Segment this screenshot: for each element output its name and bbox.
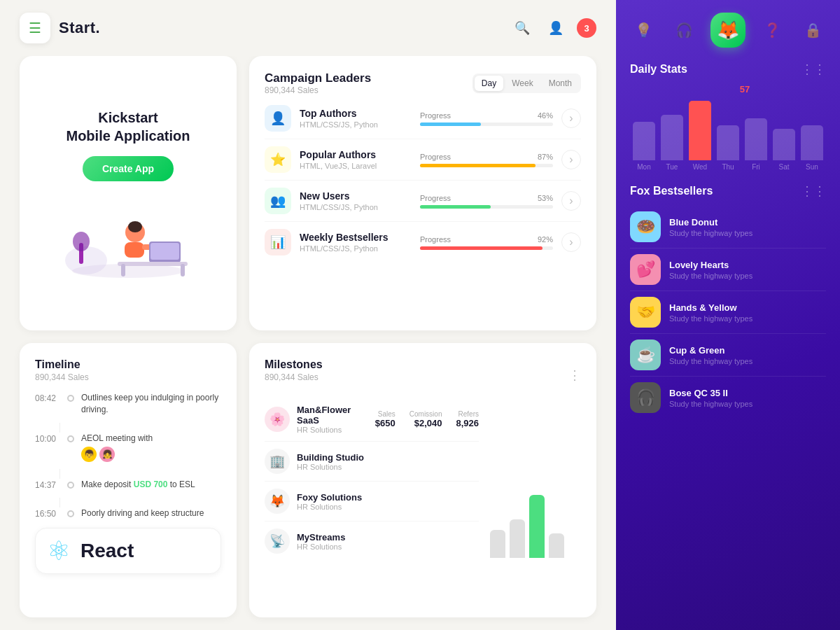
milestone-row: 🦊 Foxy Solutions HR Solutions: [265, 482, 479, 522]
day-labels: MonTueWedThuFriSatSun: [630, 160, 826, 171]
avatar: 👧: [99, 447, 115, 462]
timeline-item: 08:42 Outlines keep you indulging in poo…: [35, 392, 221, 416]
leader-chevron[interactable]: ›: [561, 191, 581, 211]
svg-rect-9: [150, 243, 179, 260]
svg-point-1: [65, 246, 107, 274]
timeline-item: 14:37 Make deposit USD 700 to ESL: [35, 479, 221, 491]
milestones-subtitle: 890,344 Sales: [265, 372, 323, 382]
daily-stats-section: Daily Stats ⋮⋮ 57 MonTueWedThuFriSatSun: [630, 62, 826, 171]
illustration: [58, 194, 198, 278]
fox-bestsellers-section: Fox Bestsellers ⋮⋮ 🍩 Blue Donut Study th…: [630, 183, 826, 616]
bestseller-thumb: ☕: [630, 340, 661, 370]
tab-group: Day Week Month: [472, 74, 581, 93]
svg-rect-11: [118, 262, 188, 266]
milestones-title: Milestones: [265, 358, 323, 371]
svg-point-5: [128, 221, 142, 232]
leader-icon: 👥: [265, 188, 291, 214]
fox-bestsellers-title: Fox Bestsellers: [630, 185, 713, 197]
milestone-row: 🏢 Building Studio HR Solutions: [265, 442, 479, 482]
leader-row: 👤 Top Authors HTML/CSS/JS, Python Progre…: [265, 98, 581, 139]
react-label: React: [80, 540, 134, 562]
leader-row: 👥 New Users HTML/CSS/JS, Python Progress…: [265, 181, 581, 222]
react-icon: ⚛: [47, 536, 71, 566]
user-icon[interactable]: 👤: [543, 15, 568, 41]
panel-top-nav: 💡 🎧 🦊 ❓ 🔒: [616, 0, 840, 55]
notification-badge[interactable]: 3: [577, 18, 596, 38]
timeline-item: 16:50 Poorly driving and keep structure: [35, 507, 221, 519]
tab-week[interactable]: Week: [505, 76, 540, 91]
nav-bulb-icon[interactable]: 💡: [629, 16, 657, 44]
tab-month[interactable]: Month: [542, 76, 579, 91]
leader-chevron[interactable]: ›: [561, 108, 581, 128]
bestseller-item: 🤝 Hands & Yellow Study the highway types: [630, 291, 826, 334]
milestone-icon: 🌸: [265, 407, 290, 432]
bestseller-item: ☕ Cup & Green Study the highway types: [630, 334, 826, 377]
svg-rect-12: [121, 264, 125, 276]
daily-stats-title: Daily Stats: [630, 63, 687, 76]
bestseller-thumb: 🎧: [630, 382, 661, 413]
milestone-icon: 🏢: [265, 449, 290, 474]
milestone-icon: 📡: [265, 528, 290, 554]
brand-name: Start.: [59, 19, 100, 37]
timeline-title: Timeline: [35, 358, 221, 371]
campaign-title: Campaign Leaders: [265, 71, 371, 85]
tab-day[interactable]: Day: [475, 76, 503, 91]
logo-box: ☰: [20, 13, 50, 43]
nav-headset-icon[interactable]: 🎧: [670, 16, 698, 44]
svg-point-3: [73, 232, 90, 251]
search-icon[interactable]: 🔍: [510, 15, 535, 41]
bestsellers-list: 🍩 Blue Donut Study the highway types 💕 L…: [630, 206, 826, 419]
bestseller-thumb: 💕: [630, 254, 661, 285]
leader-rows: 👤 Top Authors HTML/CSS/JS, Python Progre…: [265, 98, 581, 262]
milestones-card: Milestones 890,344 Sales ⋮ 🌸 Man&Flower …: [249, 343, 596, 617]
milestone-icon: 🦊: [265, 489, 290, 514]
bestseller-item: 🎧 Bose QC 35 II Study the highway types: [630, 377, 826, 419]
daily-stats-menu[interactable]: ⋮⋮: [801, 62, 826, 77]
menu-icon: ☰: [29, 20, 41, 36]
create-app-button[interactable]: Create App: [83, 156, 174, 181]
daily-stats-chart: [630, 97, 826, 160]
timeline-subtitle: 890,344 Sales: [35, 372, 221, 382]
fox-bestsellers-header: Fox Bestsellers ⋮⋮: [630, 183, 826, 199]
kickstart-title: Kickstart Mobile Application: [66, 108, 190, 145]
nav-lock-icon[interactable]: 🔒: [799, 16, 827, 44]
bestseller-item: 💕 Lovely Hearts Study the highway types: [630, 248, 826, 291]
campaign-header: Campaign Leaders 890,344 Sales Day Week …: [265, 71, 581, 95]
leader-icon: ⭐: [265, 146, 291, 173]
panel-body: Daily Stats ⋮⋮ 57 MonTueWedThuFriSatSun …: [616, 55, 840, 630]
campaign-leaders-card: Campaign Leaders 890,344 Sales Day Week …: [249, 56, 596, 330]
header: ☰ Start. 🔍 👤 3: [0, 0, 616, 56]
bestseller-thumb: 🍩: [630, 211, 661, 242]
milestone-row: 🌸 Man&Flower SaaS HR Solutions Sales $65…: [265, 398, 479, 442]
bestseller-item: 🍩 Blue Donut Study the highway types: [630, 206, 826, 248]
daily-stats-header: Daily Stats ⋮⋮: [630, 62, 826, 77]
leader-icon: 📊: [265, 229, 291, 255]
right-panel: 💡 🎧 🦊 ❓ 🔒 Daily Stats ⋮⋮ 57 MonTueWedThu…: [616, 0, 840, 630]
fox-bestsellers-menu[interactable]: ⋮⋮: [801, 183, 826, 199]
bestseller-thumb: 🤝: [630, 297, 661, 328]
campaign-subtitle: 890,344 Sales: [265, 85, 371, 95]
leader-icon: 👤: [265, 105, 291, 132]
leader-chevron[interactable]: ›: [561, 150, 581, 169]
react-banner: ⚛ React: [35, 528, 221, 574]
leader-row: ⭐ Popular Authors HTML, VueJS, Laravel P…: [265, 139, 581, 181]
svg-rect-6: [125, 242, 144, 258]
timeline-card: Timeline 890,344 Sales 08:42 Outlines ke…: [20, 343, 237, 617]
avatar: 👦: [81, 447, 97, 462]
svg-rect-13: [181, 264, 185, 276]
milestone-row: 📡 MyStreams HR Solutions: [265, 522, 479, 561]
milestones-content: 🌸 Man&Flower SaaS HR Solutions Sales $65…: [265, 398, 581, 561]
timeline-item: 10:00 AEOL meeting with 👦 👧: [35, 433, 221, 463]
kickstart-card: Kickstart Mobile Application Create App: [20, 56, 237, 330]
milestones-header: Milestones 890,344 Sales ⋮: [265, 358, 581, 392]
nav-fox-icon[interactable]: 🦊: [710, 13, 746, 48]
milestones-list: 🌸 Man&Flower SaaS HR Solutions Sales $65…: [265, 398, 479, 561]
content-grid: Kickstart Mobile Application Create App: [0, 56, 616, 630]
leader-chevron[interactable]: ›: [561, 232, 581, 252]
nav-question-icon[interactable]: ❓: [758, 16, 786, 44]
peak-value: 57: [664, 84, 826, 94]
milestones-menu[interactable]: ⋮: [568, 368, 581, 383]
leader-row: 📊 Weekly Bestsellers HTML/CSS/JS, Python…: [265, 222, 581, 262]
milestones-chart: [490, 398, 581, 561]
